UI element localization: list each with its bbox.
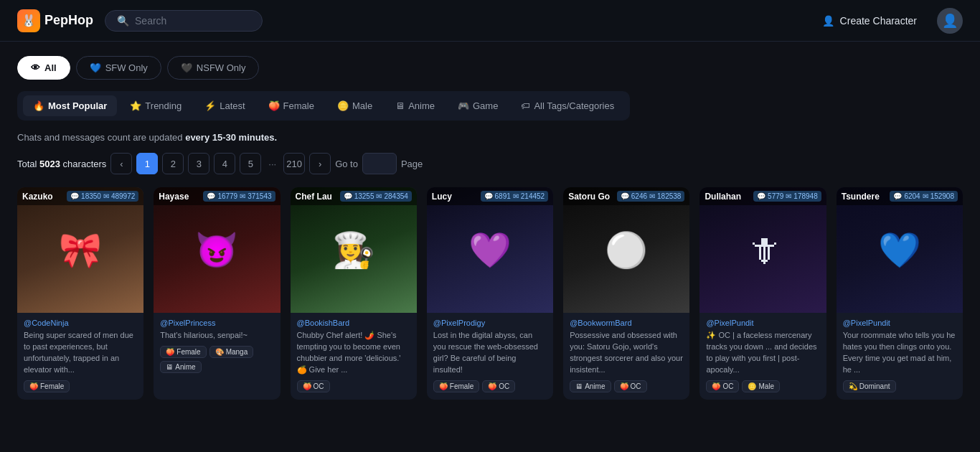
card-author: @BookishBard (297, 319, 410, 327)
pagination-row: Total 5023 characters ‹ 1 2 3 4 5 ··· 21… (17, 153, 963, 174)
category-row: 🔥 Most Popular ⭐ Trending ⚡ Latest 🍑 Fem… (17, 91, 630, 121)
card-image-satoru: ⚪ (563, 187, 689, 313)
chat-count: 5779 (768, 192, 783, 200)
page-5-button[interactable]: 5 (240, 153, 261, 174)
card-author: @PixelProdigy (433, 319, 547, 327)
msg-count: 178948 (793, 192, 817, 200)
card-stats: 💬 6246 ✉ 182538 (617, 191, 685, 202)
character-card-kazuko[interactable]: Kazuko 💬 18350 ✉ 489972 🎀 @CodeNinja Bei… (17, 187, 143, 400)
goto-input[interactable] (362, 153, 397, 174)
user-avatar[interactable]: 👤 (937, 8, 963, 34)
filter-sfw[interactable]: 💙 SFW Only (76, 56, 161, 80)
chat-count: 13255 (354, 192, 374, 200)
card-stats: 💬 5779 ✉ 178948 (753, 191, 821, 202)
logo-text: PepHop (44, 13, 93, 28)
msg-count: 182538 (657, 192, 681, 200)
game-icon: 🎮 (458, 100, 469, 111)
msg-icon: ✉ (786, 192, 791, 200)
tab-trending[interactable]: ⭐ Trending (120, 95, 192, 116)
tab-latest[interactable]: ⚡ Latest (194, 95, 255, 116)
tab-anime[interactable]: 🖥 Anime (385, 95, 445, 116)
character-card-lucy[interactable]: Lucy 💬 6891 ✉ 214452 💜 @PixelProdigy Los… (427, 187, 553, 400)
tab-female[interactable]: 🍑 Female (258, 95, 324, 116)
page-2-button[interactable]: 2 (162, 153, 184, 174)
page-last-button[interactable]: 210 (283, 153, 305, 174)
search-icon: 🔍 (117, 15, 129, 27)
page-1-button[interactable]: 1 (136, 153, 158, 174)
tag-anime: 🖥 Anime (570, 380, 611, 392)
card-header-lucy: Lucy 💬 6891 ✉ 214452 💜 (427, 187, 553, 313)
anime-icon: 🖥 (395, 100, 405, 111)
card-image-lucy: 💜 (427, 187, 553, 313)
msg-count: 489972 (111, 192, 135, 200)
total-label: Total 5023 characters (17, 159, 106, 169)
character-card-chef-lau[interactable]: Chef Lau 💬 13255 ✉ 284354 👩‍🍳 @BookishBa… (291, 187, 417, 400)
tags-icon: 🏷 (521, 100, 530, 111)
card-body: @PixelPundit ✨ OC | a faceless mercenary… (699, 313, 826, 400)
card-body: @CodeNinja Being super scared of men due… (17, 313, 143, 400)
card-description: Chubby Chef alert! 🌶️ She's tempting you… (297, 330, 410, 376)
page-prev-button[interactable]: ‹ (110, 153, 132, 174)
fire-icon: 🔥 (33, 100, 44, 111)
create-char-label: Create Character (840, 15, 917, 27)
tag-female: 🍑 Female (433, 380, 479, 392)
tab-most-popular[interactable]: 🔥 Most Popular (23, 95, 117, 116)
tag-manga: 🎨 Manga (209, 346, 254, 358)
page-next-button[interactable]: › (309, 153, 331, 174)
page-dots: ··· (265, 159, 279, 169)
filter-row: 👁 All 💙 SFW Only 🖤 NSFW Only (17, 56, 963, 80)
filter-all-label: All (44, 62, 57, 73)
msg-icon: ✉ (376, 192, 382, 200)
character-card-hayase[interactable]: Hayase 💬 16779 ✉ 371543 😈 @PixelPrincess… (154, 187, 280, 400)
card-stats: 💬 6204 ✉ 152908 (890, 191, 958, 202)
msg-count: 284354 (384, 192, 407, 200)
chat-icon: 💬 (757, 192, 765, 200)
card-image-dullahan: 🗡 (699, 187, 826, 313)
card-name: Hayase (159, 192, 189, 202)
card-tags: 🍑 OC 🪙 Male (706, 380, 819, 392)
card-name-bar: Chef Lau 💬 13255 ✉ 284354 (291, 187, 417, 205)
card-tags: 💫 Dominant (843, 380, 956, 392)
female-icon: 🍑 (268, 100, 280, 111)
card-header-tsundere: Tsundere 💬 6204 ✉ 152908 💙 (837, 187, 963, 313)
card-description: Possessive and obsessed with you: Satoru… (570, 330, 683, 376)
character-card-tsundere[interactable]: Tsundere 💬 6204 ✉ 152908 💙 @PixelPundit … (837, 187, 963, 400)
nsfw-icon: 🖤 (181, 62, 192, 73)
tab-game[interactable]: 🎮 Game (448, 95, 508, 116)
character-card-satoru[interactable]: Satoru Go 💬 6246 ✉ 182538 ⚪ @BookwormBar… (563, 187, 689, 400)
tab-latest-label: Latest (220, 100, 245, 111)
card-tags: 🍑 Female (24, 380, 137, 392)
star-icon: ⭐ (130, 100, 141, 111)
filter-nsfw[interactable]: 🖤 NSFW Only (167, 56, 260, 80)
chat-count: 6891 (495, 192, 511, 200)
card-name-bar: Satoru Go 💬 6246 ✉ 182538 (563, 187, 689, 205)
msg-count: 371543 (248, 192, 271, 200)
user-plus-icon: 👤 (822, 15, 834, 27)
card-image-chef-lau: 👩‍🍳 (291, 187, 417, 313)
tab-all-tags[interactable]: 🏷 All Tags/Categories (511, 95, 624, 116)
page-3-button[interactable]: 3 (188, 153, 209, 174)
msg-icon: ✉ (240, 192, 245, 200)
card-header-chef-lau: Chef Lau 💬 13255 ✉ 284354 👩‍🍳 (291, 187, 417, 313)
tab-male[interactable]: 🪙 Male (327, 95, 382, 116)
search-bar[interactable]: 🔍 Search (105, 10, 263, 32)
chat-count: 6246 (631, 192, 647, 200)
tag-oc: 🍑 OC (297, 380, 330, 392)
card-header-hayase: Hayase 💬 16779 ✉ 371543 😈 (154, 187, 280, 313)
filter-all[interactable]: 👁 All (17, 56, 70, 80)
create-character-button[interactable]: 👤 Create Character (814, 11, 925, 31)
card-author: @CodeNinja (24, 319, 137, 327)
tab-most-popular-label: Most Popular (48, 100, 107, 111)
card-tags: 🖥 Anime 🍑 OC (570, 380, 683, 392)
card-name-bar: Kazuko 💬 18350 ✉ 489972 (17, 187, 143, 205)
msg-count: 152908 (930, 192, 954, 200)
character-card-dullahan[interactable]: Dullahan 💬 5779 ✉ 178948 🗡 @PixelPundit … (699, 187, 826, 400)
tag-oc: 🍑 OC (614, 380, 647, 392)
tab-game-label: Game (473, 100, 498, 111)
chat-icon: 💬 (621, 192, 629, 200)
search-label: Search (135, 15, 166, 27)
card-name: Kazuko (22, 192, 53, 202)
card-description: Your roommate who tells you he hates you… (843, 330, 956, 376)
logo[interactable]: 🐰 PepHop (17, 9, 93, 32)
page-4-button[interactable]: 4 (214, 153, 235, 174)
